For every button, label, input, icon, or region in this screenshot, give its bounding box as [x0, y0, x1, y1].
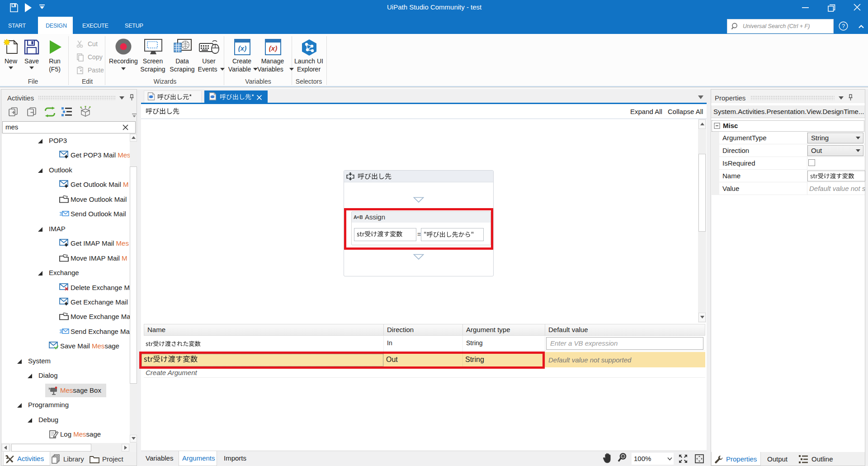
svg-text:(x): (x)	[269, 44, 277, 52]
svg-text:A: A	[354, 214, 357, 220]
svg-text:(x): (x)	[238, 44, 246, 52]
svg-text:B: B	[359, 214, 363, 220]
svg-text:?: ?	[842, 23, 845, 29]
